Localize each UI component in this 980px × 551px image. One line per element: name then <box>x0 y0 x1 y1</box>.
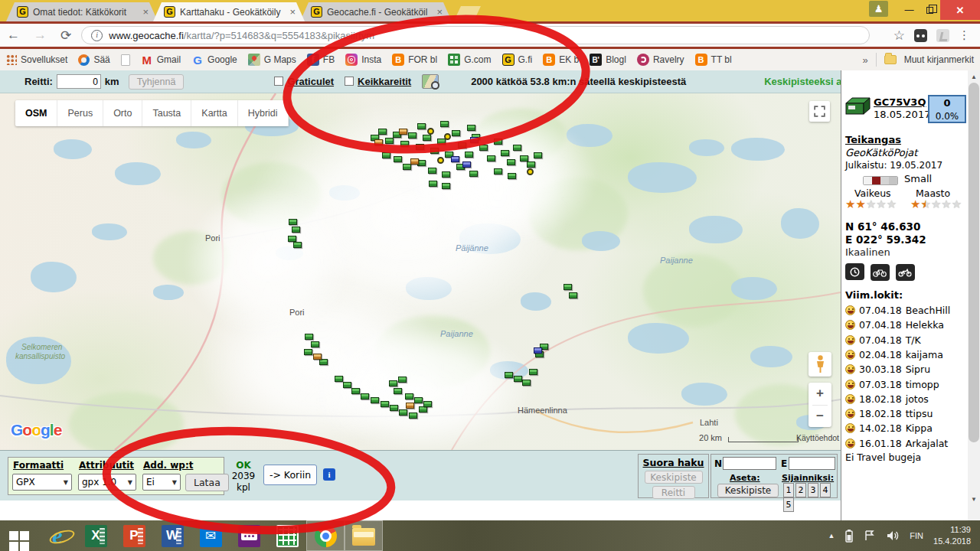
cache-marker[interactable] <box>522 380 531 386</box>
cache-marker[interactable] <box>534 152 542 158</box>
format-select[interactable]: GPX▼ <box>12 474 72 491</box>
cache-marker[interactable] <box>371 397 379 403</box>
cache-marker[interactable] <box>378 129 387 135</box>
cache-marker[interactable] <box>414 397 423 403</box>
cache-marker[interactable] <box>429 181 437 187</box>
cache-marker[interactable] <box>452 130 460 136</box>
scroll-up-icon[interactable]: ▲ <box>968 70 980 83</box>
log-entry[interactable]: 18.02.18ttipsu <box>845 408 933 419</box>
log-entry[interactable]: 16.01.18Arkajalat <box>845 438 948 449</box>
cache-marker[interactable] <box>462 161 471 168</box>
log-entry[interactable]: 07.04.18T/K <box>845 334 921 346</box>
taskbar-chrome[interactable] <box>306 520 345 551</box>
minimize-button[interactable]: ― <box>899 0 920 20</box>
cache-marker[interactable] <box>289 219 297 225</box>
terms-link[interactable]: Käyttöehdot <box>796 433 839 442</box>
browser-tab[interactable]: GOmat tiedot: Kätkökorit× <box>6 2 158 21</box>
url-field[interactable]: i www.geocache.fi/kartta/?p=514683&q=555… <box>81 26 870 44</box>
restore-button[interactable] <box>920 0 940 20</box>
bookmark-item[interactable]: fFB <box>307 54 335 66</box>
cache-marker[interactable] <box>505 372 513 378</box>
taskbar-clock[interactable]: 11:39 15.4.2018 <box>933 524 971 547</box>
cache-marker[interactable] <box>399 129 407 135</box>
cache-marker[interactable] <box>399 409 407 416</box>
scroll-down-icon[interactable]: ▼ <box>968 493 980 505</box>
cache-marker[interactable] <box>398 377 407 383</box>
cache-marker[interactable] <box>451 156 459 162</box>
cache-marker[interactable] <box>569 292 577 298</box>
taskbar-word[interactable]: W <box>153 520 191 551</box>
bookmark-item[interactable]: GG.fi <box>502 54 533 66</box>
cache-marker[interactable] <box>479 145 488 151</box>
n-coordinate-input[interactable] <box>723 457 776 470</box>
cache-marker[interactable] <box>381 401 389 407</box>
cache-marker[interactable] <box>319 359 328 365</box>
cache-marker[interactable] <box>382 152 390 158</box>
taskbar-remote-app[interactable] <box>230 520 268 551</box>
cache-marker[interactable] <box>520 155 528 161</box>
close-button[interactable]: ✕ <box>940 0 980 20</box>
cache-marker[interactable] <box>469 171 478 177</box>
cache-marker[interactable] <box>293 242 302 248</box>
cache-marker[interactable] <box>304 349 312 355</box>
cache-marker[interactable] <box>507 159 515 165</box>
bookmark-item[interactable]: B'Blogl <box>590 54 626 66</box>
log-entry[interactable]: 14.02.18Kippa <box>845 422 933 434</box>
bookmark-item[interactable] <box>121 54 130 66</box>
layer-button-tausta[interactable]: Tausta <box>142 100 191 126</box>
cache-marker[interactable] <box>564 284 572 290</box>
other-bookmarks-label[interactable]: Muut kirjanmerkit <box>904 54 974 65</box>
zoom-out-button[interactable]: − <box>808 406 831 428</box>
cache-marker[interactable] <box>406 403 414 409</box>
cache-marker[interactable] <box>458 142 466 148</box>
cache-marker[interactable] <box>385 138 394 144</box>
cache-marker[interactable] <box>529 369 537 375</box>
bookmark-star-icon[interactable]: ☆ <box>893 28 905 44</box>
cache-marker[interactable] <box>390 405 398 411</box>
cache-marker[interactable] <box>335 376 343 382</box>
log-entry[interactable]: 30.03.18Sipru <box>845 364 930 375</box>
location-slot-button-5[interactable]: 5 <box>783 497 794 512</box>
browser-menu-icon[interactable]: ⋮ <box>959 28 971 42</box>
gigroutes-checkbox[interactable] <box>345 77 354 86</box>
cache-marker[interactable] <box>508 173 516 179</box>
cache-marker[interactable] <box>437 139 446 145</box>
graticule-checkbox[interactable] <box>274 77 283 86</box>
cache-marker[interactable] <box>501 150 509 156</box>
bookmark-item[interactable]: BEK b <box>543 54 579 66</box>
route-search-button[interactable]: Reitti <box>652 486 695 499</box>
taskbar-file-explorer[interactable] <box>345 520 383 551</box>
forward-icon[interactable]: → <box>27 28 54 43</box>
bookmark-item[interactable]: Ravelry <box>637 54 684 66</box>
taskbar-mail[interactable]: ✉ <box>191 520 230 551</box>
motorbike-icon[interactable] <box>896 264 915 281</box>
log-entry[interactable]: 18.02.18jotos <box>845 393 929 405</box>
action-center-flag-icon[interactable] <box>864 530 876 542</box>
cache-marker[interactable] <box>361 393 369 399</box>
cache-marker[interactable] <box>527 161 535 168</box>
cache-marker[interactable] <box>403 164 411 170</box>
extension-icon[interactable] <box>914 29 927 42</box>
cache-marker[interactable] <box>389 380 397 386</box>
location-slot-button-2[interactable]: 2 <box>795 483 806 497</box>
graticule-label[interactable]: Graticulet <box>287 76 334 87</box>
cache-marker[interactable] <box>494 168 502 174</box>
taskbar-excel[interactable]: X <box>77 520 115 551</box>
cache-marker[interactable] <box>417 123 426 129</box>
start-button[interactable] <box>0 520 38 551</box>
gc-code-link[interactable]: GC75V3Q <box>874 96 926 108</box>
profile-icon[interactable]: ♟︎ <box>869 1 888 17</box>
info-icon[interactable]: i <box>323 468 335 481</box>
adobe-extension-icon[interactable] <box>936 29 949 42</box>
tray-expand-icon[interactable]: ▲ <box>828 532 835 540</box>
cache-marker[interactable] <box>442 183 450 189</box>
cache-marker[interactable] <box>440 121 449 127</box>
tab-close-icon[interactable]: × <box>141 6 150 18</box>
google-logo[interactable]: Google <box>11 421 61 439</box>
bookmark-item[interactable]: Insta <box>345 54 381 66</box>
gigroutes-label[interactable]: Keikkareitit <box>358 76 411 87</box>
layer-button-perus[interactable]: Perus <box>57 100 103 126</box>
bookmark-item[interactable]: GGoogle <box>191 54 237 66</box>
bookmark-item[interactable]: G Maps <box>248 54 296 66</box>
page-scrollbar[interactable]: ▲ ▼ <box>968 70 980 520</box>
